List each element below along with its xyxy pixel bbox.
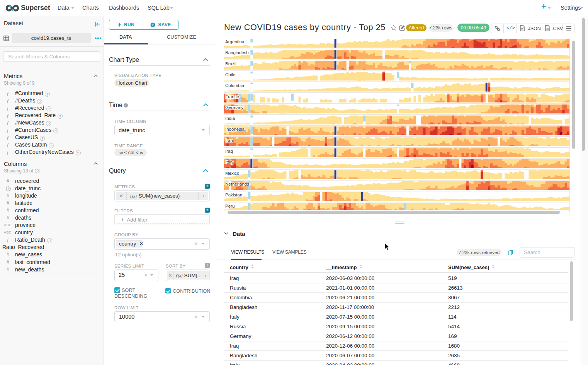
svg-text:Netherlands: Netherlands xyxy=(225,182,249,186)
svg-text:India: India xyxy=(225,116,235,121)
svg-text:Peru: Peru xyxy=(225,204,235,208)
svg-text:Iran: Iran xyxy=(225,138,233,143)
svg-text:Chile: Chile xyxy=(225,72,235,77)
svg-text:Brazil: Brazil xyxy=(225,61,236,66)
svg-text:Argentina: Argentina xyxy=(225,39,245,44)
svg-text:Iraq: Iraq xyxy=(225,149,233,154)
svg-text:Mexico: Mexico xyxy=(225,171,239,176)
svg-text:Colombia: Colombia xyxy=(225,83,244,88)
svg-text:Indonesia: Indonesia xyxy=(225,127,245,131)
svg-text:Italy: Italy xyxy=(225,160,233,164)
svg-text:France: France xyxy=(225,94,239,99)
svg-text:Germany: Germany xyxy=(225,105,244,110)
svg-text:Pakistan: Pakistan xyxy=(225,193,242,197)
svg-text:Bangladesh: Bangladesh xyxy=(225,50,249,55)
